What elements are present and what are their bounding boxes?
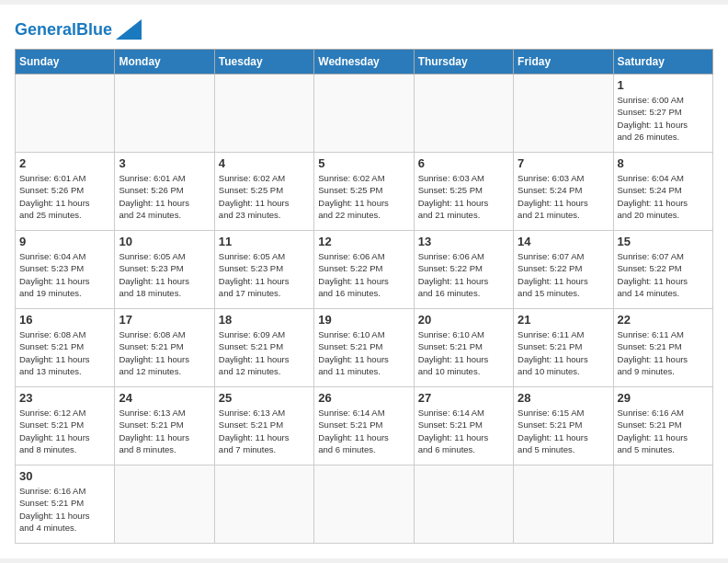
calendar-cell — [115, 465, 214, 544]
calendar-cell: 25Sunrise: 6:13 AM Sunset: 5:21 PM Dayli… — [214, 387, 313, 465]
calendar-cell: 8Sunrise: 6:04 AM Sunset: 5:24 PM Daylig… — [613, 153, 712, 231]
day-info: Sunrise: 6:09 AM Sunset: 5:21 PM Dayligh… — [219, 328, 310, 377]
calendar-cell — [314, 75, 414, 153]
calendar-body: 1Sunrise: 6:00 AM Sunset: 5:27 PM Daylig… — [16, 75, 713, 544]
day-number: 1 — [618, 78, 709, 92]
day-number: 15 — [618, 235, 709, 248]
calendar-cell: 4Sunrise: 6:02 AM Sunset: 5:25 PM Daylig… — [214, 153, 313, 231]
day-number: 8 — [618, 156, 709, 170]
calendar-cell: 5Sunrise: 6:02 AM Sunset: 5:25 PM Daylig… — [314, 153, 414, 231]
day-number: 19 — [318, 313, 409, 327]
day-number: 10 — [119, 235, 210, 248]
day-info: Sunrise: 6:00 AM Sunset: 5:27 PM Dayligh… — [618, 94, 709, 143]
calendar-cell: 10Sunrise: 6:05 AM Sunset: 5:23 PM Dayli… — [115, 231, 214, 309]
day-info: Sunrise: 6:14 AM Sunset: 5:21 PM Dayligh… — [418, 407, 509, 455]
calendar-cell: 11Sunrise: 6:05 AM Sunset: 5:23 PM Dayli… — [214, 231, 313, 309]
day-number: 16 — [19, 313, 110, 327]
day-number: 30 — [19, 469, 110, 483]
weekday-header-friday: Friday — [514, 50, 613, 75]
day-number: 18 — [219, 313, 310, 327]
day-number: 25 — [219, 391, 310, 405]
logo: GeneralBlue — [15, 19, 142, 40]
calendar-cell: 2Sunrise: 6:01 AM Sunset: 5:26 PM Daylig… — [16, 153, 115, 231]
logo-blue: Blue — [76, 20, 112, 39]
calendar-container: GeneralBlue SundayMondayTuesdayWednesday… — [0, 5, 728, 558]
weekday-header-thursday: Thursday — [414, 50, 513, 75]
calendar-cell: 14Sunrise: 6:07 AM Sunset: 5:22 PM Dayli… — [514, 231, 613, 309]
day-info: Sunrise: 6:11 AM Sunset: 5:21 PM Dayligh… — [618, 328, 709, 377]
logo-text: GeneralBlue — [15, 20, 112, 40]
calendar-cell — [514, 75, 613, 153]
day-info: Sunrise: 6:12 AM Sunset: 5:21 PM Dayligh… — [19, 407, 110, 455]
day-info: Sunrise: 6:01 AM Sunset: 5:26 PM Dayligh… — [119, 172, 210, 221]
svg-marker-0 — [116, 19, 142, 40]
day-info: Sunrise: 6:03 AM Sunset: 5:24 PM Dayligh… — [518, 172, 609, 221]
weekday-header-monday: Monday — [115, 50, 214, 75]
calendar-cell: 6Sunrise: 6:03 AM Sunset: 5:25 PM Daylig… — [414, 153, 513, 231]
weekday-header-row: SundayMondayTuesdayWednesdayThursdayFrid… — [16, 50, 713, 75]
day-number: 26 — [318, 391, 409, 405]
calendar-cell — [414, 75, 513, 153]
calendar-cell: 27Sunrise: 6:14 AM Sunset: 5:21 PM Dayli… — [414, 387, 513, 465]
day-number: 11 — [219, 235, 310, 248]
day-info: Sunrise: 6:06 AM Sunset: 5:22 PM Dayligh… — [418, 250, 509, 299]
calendar-cell — [214, 465, 313, 544]
day-number: 23 — [19, 391, 110, 405]
calendar-cell: 17Sunrise: 6:08 AM Sunset: 5:21 PM Dayli… — [115, 309, 214, 387]
day-info: Sunrise: 6:01 AM Sunset: 5:26 PM Dayligh… — [19, 172, 110, 221]
calendar-week-3: 9Sunrise: 6:04 AM Sunset: 5:23 PM Daylig… — [16, 231, 713, 309]
day-info: Sunrise: 6:13 AM Sunset: 5:21 PM Dayligh… — [119, 407, 210, 455]
calendar-week-5: 23Sunrise: 6:12 AM Sunset: 5:21 PM Dayli… — [16, 387, 713, 465]
day-number: 27 — [418, 391, 509, 405]
day-number: 4 — [219, 156, 310, 170]
day-info: Sunrise: 6:14 AM Sunset: 5:21 PM Dayligh… — [318, 407, 409, 455]
day-info: Sunrise: 6:08 AM Sunset: 5:21 PM Dayligh… — [119, 328, 210, 377]
day-info: Sunrise: 6:11 AM Sunset: 5:21 PM Dayligh… — [518, 328, 609, 377]
calendar-cell: 30Sunrise: 6:16 AM Sunset: 5:21 PM Dayli… — [16, 465, 115, 544]
calendar-week-2: 2Sunrise: 6:01 AM Sunset: 5:26 PM Daylig… — [16, 153, 713, 231]
calendar-cell — [613, 465, 712, 544]
day-info: Sunrise: 6:05 AM Sunset: 5:23 PM Dayligh… — [119, 250, 210, 299]
calendar-header: GeneralBlue — [15, 19, 713, 40]
calendar-week-4: 16Sunrise: 6:08 AM Sunset: 5:21 PM Dayli… — [16, 309, 713, 387]
day-number: 2 — [19, 156, 110, 170]
day-number: 9 — [19, 235, 110, 248]
day-info: Sunrise: 6:10 AM Sunset: 5:21 PM Dayligh… — [318, 328, 409, 377]
day-info: Sunrise: 6:16 AM Sunset: 5:21 PM Dayligh… — [618, 407, 709, 455]
day-info: Sunrise: 6:07 AM Sunset: 5:22 PM Dayligh… — [618, 250, 709, 299]
calendar-cell: 26Sunrise: 6:14 AM Sunset: 5:21 PM Dayli… — [314, 387, 414, 465]
calendar-cell: 9Sunrise: 6:04 AM Sunset: 5:23 PM Daylig… — [16, 231, 115, 309]
day-number: 22 — [618, 313, 709, 327]
calendar-table: SundayMondayTuesdayWednesdayThursdayFrid… — [15, 49, 713, 544]
logo-general: General — [15, 20, 76, 39]
calendar-cell — [16, 75, 115, 153]
day-info: Sunrise: 6:04 AM Sunset: 5:23 PM Dayligh… — [19, 250, 110, 299]
calendar-cell: 19Sunrise: 6:10 AM Sunset: 5:21 PM Dayli… — [314, 309, 414, 387]
day-info: Sunrise: 6:16 AM Sunset: 5:21 PM Dayligh… — [19, 485, 110, 534]
day-info: Sunrise: 6:02 AM Sunset: 5:25 PM Dayligh… — [318, 172, 409, 221]
day-info: Sunrise: 6:07 AM Sunset: 5:22 PM Dayligh… — [518, 250, 609, 299]
calendar-cell: 13Sunrise: 6:06 AM Sunset: 5:22 PM Dayli… — [414, 231, 513, 309]
weekday-header-saturday: Saturday — [613, 50, 712, 75]
day-number: 20 — [418, 313, 509, 327]
day-info: Sunrise: 6:04 AM Sunset: 5:24 PM Dayligh… — [618, 172, 709, 221]
calendar-cell — [115, 75, 214, 153]
calendar-cell: 20Sunrise: 6:10 AM Sunset: 5:21 PM Dayli… — [414, 309, 513, 387]
day-number: 13 — [418, 235, 509, 248]
weekday-header-sunday: Sunday — [16, 50, 115, 75]
calendar-cell: 21Sunrise: 6:11 AM Sunset: 5:21 PM Dayli… — [514, 309, 613, 387]
day-number: 29 — [618, 391, 709, 405]
calendar-week-1: 1Sunrise: 6:00 AM Sunset: 5:27 PM Daylig… — [16, 75, 713, 153]
calendar-cell: 22Sunrise: 6:11 AM Sunset: 5:21 PM Dayli… — [613, 309, 712, 387]
day-info: Sunrise: 6:08 AM Sunset: 5:21 PM Dayligh… — [19, 328, 110, 377]
day-number: 3 — [119, 156, 210, 170]
calendar-cell: 15Sunrise: 6:07 AM Sunset: 5:22 PM Dayli… — [613, 231, 712, 309]
day-number: 21 — [518, 313, 609, 327]
day-number: 5 — [318, 156, 409, 170]
calendar-cell: 1Sunrise: 6:00 AM Sunset: 5:27 PM Daylig… — [613, 75, 712, 153]
day-info: Sunrise: 6:06 AM Sunset: 5:22 PM Dayligh… — [318, 250, 409, 299]
calendar-cell: 16Sunrise: 6:08 AM Sunset: 5:21 PM Dayli… — [16, 309, 115, 387]
logo-icon — [116, 19, 142, 40]
calendar-cell: 12Sunrise: 6:06 AM Sunset: 5:22 PM Dayli… — [314, 231, 414, 309]
day-number: 7 — [518, 156, 609, 170]
